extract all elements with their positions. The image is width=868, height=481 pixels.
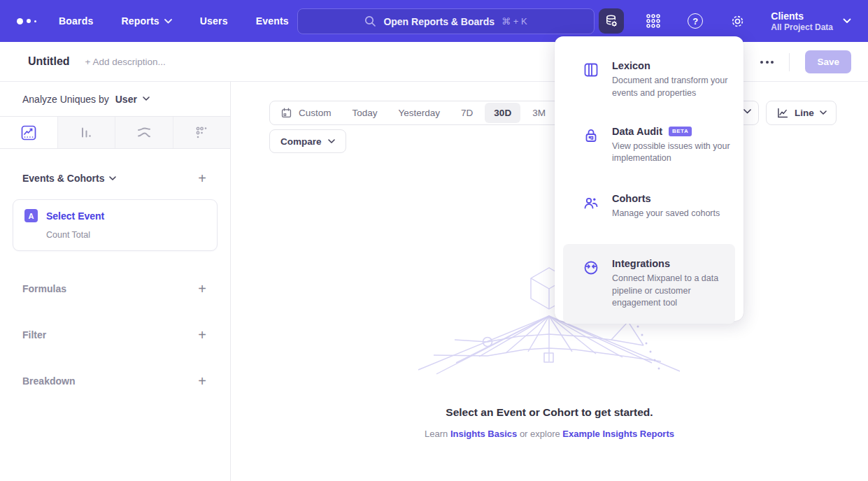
- search-placeholder: Open Reports & Boards: [383, 16, 495, 27]
- menu-item-integrations[interactable]: Integrations Connect Mixpanel to a data …: [563, 244, 735, 324]
- insights-basics-link[interactable]: Insights Basics: [450, 429, 517, 439]
- settings-button[interactable]: [725, 8, 750, 34]
- count-total-label[interactable]: Count Total: [46, 230, 207, 240]
- data-management-dropdown: Lexicon Document and transform your even…: [555, 36, 744, 321]
- search-shortcut: ⌘ + K: [501, 16, 527, 27]
- chart-type-label: Line: [795, 108, 814, 118]
- cohorts-icon: [583, 193, 599, 220]
- date-range-yesterday[interactable]: Yesterday: [388, 101, 451, 124]
- data-management-button[interactable]: [599, 8, 624, 34]
- dots-grid-tab-icon: [194, 125, 209, 141]
- project-selector[interactable]: Clients All Project Data: [771, 10, 851, 32]
- tab-bar-chart[interactable]: [58, 117, 116, 148]
- analyze-label: Analyze Uniques by: [22, 94, 109, 105]
- event-letter-badge: A: [24, 209, 38, 222]
- compare-label: Compare: [280, 136, 322, 147]
- chevron-down-icon: [328, 139, 335, 144]
- compare-button[interactable]: Compare: [269, 129, 346, 153]
- project-name: Clients: [771, 10, 833, 22]
- subtitle-text: or explore: [517, 429, 562, 439]
- date-range-today[interactable]: Today: [342, 101, 388, 124]
- nav-item-events[interactable]: Events: [256, 15, 289, 27]
- report-title[interactable]: Untitled: [28, 55, 70, 68]
- global-search-input[interactable]: Open Reports & Boards ⌘ + K: [297, 8, 595, 34]
- date-range-custom[interactable]: Custom: [270, 101, 342, 124]
- line-chart-tab-icon: [21, 125, 36, 141]
- menu-item-description: Connect Mixpanel to a data pipeline or c…: [612, 273, 735, 310]
- report-actions: Save: [730, 42, 851, 82]
- breakdown-label: Breakdown: [22, 375, 75, 387]
- analyze-value: User: [115, 94, 137, 105]
- events-cohorts-header: Events & Cohorts +: [0, 171, 230, 185]
- line-chart-icon: [776, 106, 789, 120]
- nav-item-reports[interactable]: Reports: [121, 15, 171, 27]
- database-gear-icon: [604, 13, 619, 29]
- date-range-label: Custom: [299, 108, 332, 118]
- tab-insights-line[interactable]: [0, 117, 58, 148]
- nav-item-users[interactable]: Users: [200, 15, 228, 27]
- menu-item-cohorts[interactable]: Cohorts Manage your saved cohorts: [555, 193, 744, 220]
- lexicon-icon: [583, 60, 599, 100]
- chevron-down-icon: [164, 19, 172, 24]
- events-cohorts-toggle[interactable]: Events & Cohorts: [22, 173, 116, 184]
- divider: [789, 53, 790, 71]
- question-icon: ?: [688, 13, 703, 29]
- select-event-label[interactable]: Select Event: [46, 210, 104, 222]
- bar-chart-tab-icon: [78, 125, 94, 141]
- chevron-down-icon: [143, 96, 150, 101]
- help-button[interactable]: ?: [683, 8, 708, 34]
- formulas-section: Formulas +: [0, 282, 230, 296]
- menu-item-title: Cohorts: [612, 193, 651, 204]
- menu-item-description: Manage your saved cohorts: [612, 208, 744, 220]
- more-options-icon[interactable]: [760, 61, 774, 64]
- add-formula-button[interactable]: +: [198, 282, 206, 296]
- nav-item-label: Boards: [59, 15, 93, 27]
- empty-state-subtitle: Learn Insights Basics or explore Example…: [231, 429, 868, 439]
- filter-label: Filter: [22, 329, 46, 340]
- interval-dropdown-chevron-icon[interactable]: [744, 109, 751, 114]
- menu-item-title: Data Audit: [612, 126, 662, 137]
- mixpanel-logo-icon[interactable]: [17, 18, 48, 24]
- nav-menu: Boards Reports Users Events: [59, 15, 289, 27]
- add-event-button[interactable]: +: [198, 171, 206, 185]
- menu-item-title: Integrations: [612, 258, 670, 269]
- date-range-30d[interactable]: 30D: [485, 103, 520, 123]
- add-breakdown-button[interactable]: +: [198, 374, 206, 388]
- nav-item-boards[interactable]: Boards: [59, 15, 93, 27]
- integrations-icon: [583, 258, 599, 310]
- date-range-3m[interactable]: 3M: [522, 101, 556, 124]
- top-nav: Boards Reports Users Events Open Reports…: [0, 0, 868, 42]
- menu-item-description: Document and transform your events and p…: [612, 75, 744, 100]
- chevron-down-icon: [820, 110, 827, 115]
- search-icon: [364, 15, 376, 27]
- example-reports-link[interactable]: Example Insights Reports: [562, 429, 674, 439]
- apps-grid-button[interactable]: [641, 8, 666, 34]
- tab-metrics-grid[interactable]: [173, 117, 231, 148]
- query-builder-sidebar: Analyze Uniques by User: [0, 82, 231, 481]
- menu-item-description: View possible issues with your implement…: [612, 141, 744, 166]
- date-range-7d[interactable]: 7D: [450, 101, 483, 124]
- breakdown-section: Breakdown +: [0, 374, 230, 388]
- event-card[interactable]: A Select Event Count Total: [13, 199, 218, 251]
- chart-type-tabs: [0, 116, 230, 149]
- chevron-down-icon: [843, 18, 851, 24]
- tab-flow[interactable]: [115, 117, 173, 148]
- data-audit-icon: [583, 126, 599, 166]
- menu-item-lexicon[interactable]: Lexicon Document and transform your even…: [555, 60, 744, 100]
- add-description-field[interactable]: + Add description...: [85, 57, 166, 67]
- filter-section: Filter +: [0, 328, 230, 342]
- nav-item-label: Events: [256, 15, 289, 27]
- chart-type-selector[interactable]: Line: [766, 101, 837, 125]
- save-button[interactable]: Save: [805, 50, 851, 73]
- beta-badge: BETA: [669, 127, 692, 136]
- formulas-label: Formulas: [22, 283, 66, 294]
- menu-item-data-audit[interactable]: Data Audit BETA View possible issues wit…: [555, 126, 744, 166]
- add-filter-button[interactable]: +: [198, 328, 206, 342]
- report-canvas: Custom Today Yesterday 7D 30D 3M 6M Comp…: [231, 82, 868, 481]
- subtitle-text: Learn: [425, 429, 450, 439]
- empty-state-title: Select an Event or Cohort to get started…: [231, 406, 868, 419]
- flow-tab-icon: [136, 124, 152, 141]
- events-cohorts-label: Events & Cohorts: [22, 173, 104, 184]
- grid-icon: [645, 13, 662, 29]
- analyze-by-row[interactable]: Analyze Uniques by User: [0, 82, 230, 116]
